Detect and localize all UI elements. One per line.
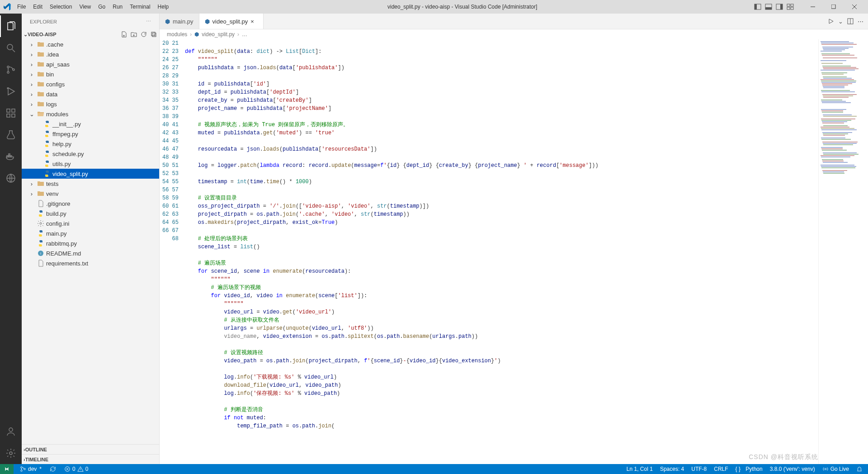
menu-file[interactable]: File — [14, 2, 28, 12]
status-interpreter[interactable]: 3.8.0 ('venv': venv) — [768, 466, 817, 472]
lang-label: Python — [745, 466, 762, 472]
status-eol[interactable]: CRLF — [712, 466, 730, 472]
breadcrumb-item[interactable]: video_split.py — [202, 31, 235, 38]
code-content[interactable]: def video_split(data: dict) -> List[Dict… — [185, 39, 818, 464]
breadcrumb-item[interactable]: modules — [167, 31, 187, 38]
menu-view[interactable]: View — [76, 2, 94, 12]
status-problems[interactable]: 0 0 — [62, 466, 90, 472]
breadcrumb-item[interactable]: … — [242, 31, 247, 38]
activity-scm-icon[interactable] — [0, 59, 22, 81]
file-item[interactable]: build.py — [22, 209, 159, 218]
activity-explorer-icon[interactable] — [0, 15, 22, 37]
status-encoding[interactable]: UTF-8 — [689, 466, 708, 472]
refresh-icon[interactable] — [140, 31, 147, 38]
breadcrumb[interactable]: modules › ⬢ video_split.py › … — [160, 29, 868, 39]
file-item[interactable]: .gitignore — [22, 199, 159, 209]
file-item[interactable]: video_split.py — [22, 169, 159, 179]
status-cursor[interactable]: Ln 1, Col 1 — [625, 466, 655, 472]
svg-rect-37 — [151, 32, 155, 36]
status-sync[interactable] — [48, 466, 58, 472]
folder-item[interactable]: ›bin — [22, 69, 159, 79]
tree-label: help.py — [52, 141, 71, 147]
folder-item[interactable]: ›.idea — [22, 49, 159, 59]
menu-selection[interactable]: Selection — [47, 2, 75, 12]
status-spaces[interactable]: Spaces: 4 — [658, 466, 686, 472]
maximize-button[interactable] — [824, 0, 844, 14]
python-icon: ⬢ — [165, 18, 170, 25]
file-item[interactable]: main.py — [22, 228, 159, 238]
close-button[interactable] — [844, 0, 864, 14]
menu-go[interactable]: Go — [95, 2, 108, 12]
file-item[interactable]: __init__.py — [22, 119, 159, 129]
collapse-all-icon[interactable] — [150, 31, 157, 38]
tree-label: tests — [46, 180, 58, 187]
timeline-section[interactable]: ›TIMELINE — [22, 454, 159, 464]
vscode-logo-icon — [4, 3, 11, 10]
warning-count: 0 — [85, 466, 89, 472]
remote-indicator[interactable] — [0, 464, 14, 474]
menu-edit[interactable]: Edit — [30, 2, 45, 12]
activity-settings-icon[interactable] — [0, 442, 22, 464]
sidebar-more-icon[interactable]: ⋯ — [146, 19, 151, 24]
activity-testing-icon[interactable] — [0, 124, 22, 146]
svg-point-40 — [40, 223, 42, 224]
editor[interactable]: 20 21 22 23 24 25 26 27 28 29 30 31 32 3… — [160, 39, 868, 464]
folder-item[interactable]: ›tests — [22, 179, 159, 189]
tab-video-split-py[interactable]: ⬢ video_split.py × — [199, 14, 264, 29]
file-item[interactable]: help.py — [22, 139, 159, 149]
file-item[interactable]: rabbitmq.py — [22, 238, 159, 248]
chevron-down-icon: ⌄ — [28, 111, 35, 118]
tab-main-py[interactable]: ⬢ main.py — [160, 14, 199, 29]
folder-item[interactable]: ›api_saas — [22, 59, 159, 69]
layout-toggle-secondary-icon[interactable] — [775, 2, 784, 11]
tree-label: venv — [46, 190, 58, 197]
menu-terminal[interactable]: Terminal — [127, 2, 153, 12]
more-actions-icon[interactable]: ⋯ — [858, 18, 863, 25]
folder-item[interactable]: ⌄modules — [22, 109, 159, 119]
explorer-project-section[interactable]: ⌄ VIDEO-AISP — [22, 29, 159, 39]
activity-debug-icon[interactable] — [0, 81, 22, 102]
status-lang[interactable]: { } Python — [734, 466, 764, 472]
file-item[interactable]: schedule.py — [22, 149, 159, 159]
py-icon — [43, 170, 51, 177]
activity-docker-icon[interactable] — [0, 146, 22, 167]
status-bar: dev * 0 0 Ln 1, Col 1 Spaces: 4 UTF-8 CR… — [0, 464, 868, 474]
svg-rect-3 — [765, 7, 772, 9]
file-item[interactable]: requirements.txt — [22, 258, 159, 268]
file-item[interactable]: config.ini — [22, 218, 159, 228]
svg-marker-19 — [8, 88, 14, 95]
run-icon[interactable] — [827, 18, 835, 25]
activity-remote-icon[interactable] — [0, 167, 22, 189]
activity-account-icon[interactable] — [0, 421, 22, 442]
layout-customize-icon[interactable] — [786, 2, 795, 11]
run-dropdown-icon[interactable]: ⌄ — [838, 18, 843, 25]
folder-item[interactable]: ›configs — [22, 79, 159, 89]
folder-item[interactable]: ›logs — [22, 99, 159, 109]
folder-item[interactable]: ›venv — [22, 189, 159, 199]
file-item[interactable]: utils.py — [22, 159, 159, 169]
outline-section[interactable]: ›OUTLINE — [22, 444, 159, 454]
activity-search-icon[interactable] — [0, 37, 22, 59]
folder-item[interactable]: ›data — [22, 89, 159, 99]
minimize-button[interactable] — [803, 0, 823, 14]
new-file-icon[interactable] — [120, 31, 127, 38]
status-branch[interactable]: dev * — [18, 466, 43, 472]
status-notifications-icon[interactable] — [854, 466, 864, 472]
layout-toggle-primary-icon[interactable] — [753, 2, 762, 11]
split-editor-icon[interactable] — [847, 18, 854, 25]
layout-toggle-panel-icon[interactable] — [764, 2, 773, 11]
svg-point-46 — [21, 467, 23, 469]
svg-point-32 — [9, 452, 12, 455]
file-item[interactable]: iREADME.md — [22, 248, 159, 258]
file-tree[interactable]: ›.cache›.idea›api_saas›bin›configs›data›… — [22, 39, 159, 444]
file-item[interactable]: ffmpeg.py — [22, 129, 159, 139]
menu-run[interactable]: Run — [110, 2, 125, 12]
folder-item[interactable]: ›.cache — [22, 39, 159, 49]
menu-help[interactable]: Help — [155, 2, 172, 12]
close-icon[interactable]: × — [250, 18, 258, 25]
minimap[interactable] — [818, 39, 868, 464]
new-folder-icon[interactable] — [130, 31, 137, 38]
status-golive[interactable]: Go Live — [821, 466, 851, 472]
svg-line-15 — [12, 49, 15, 52]
activity-extensions-icon[interactable] — [0, 102, 22, 124]
